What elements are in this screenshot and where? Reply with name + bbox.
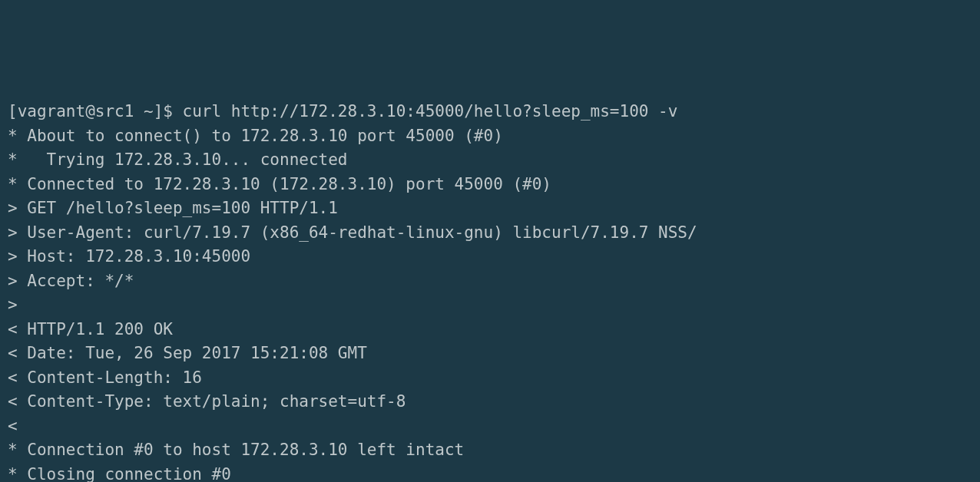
terminal-line: > GET /hello?sleep_ms=100 HTTP/1.1 — [8, 196, 972, 221]
terminal-output[interactable]: [vagrant@src1 ~]$ curl http://172.28.3.1… — [8, 100, 972, 482]
terminal-line: * Connection #0 to host 172.28.3.10 left… — [8, 438, 972, 463]
terminal-line: > Host: 172.28.3.10:45000 — [8, 245, 972, 269]
terminal-line: [vagrant@src1 ~]$ curl http://172.28.3.1… — [8, 100, 972, 124]
terminal-line: < — [8, 414, 972, 439]
terminal-line: * Trying 172.28.3.10... connected — [8, 148, 972, 173]
terminal-line: > User-Agent: curl/7.19.7 (x86_64-redhat… — [8, 221, 972, 246]
terminal-line: > — [8, 293, 972, 318]
terminal-line: < Date: Tue, 26 Sep 2017 15:21:08 GMT — [8, 342, 972, 366]
terminal-line: < Content-Length: 16 — [8, 366, 972, 391]
terminal-line: > Accept: */* — [8, 269, 972, 294]
terminal-line: * Connected to 172.28.3.10 (172.28.3.10)… — [8, 173, 972, 197]
terminal-line: < Content-Type: text/plain; charset=utf-… — [8, 390, 972, 414]
terminal-line: < HTTP/1.1 200 OK — [8, 318, 972, 342]
terminal-line: * Closing connection #0 — [8, 463, 972, 483]
terminal-line: * About to connect() to 172.28.3.10 port… — [8, 124, 972, 149]
